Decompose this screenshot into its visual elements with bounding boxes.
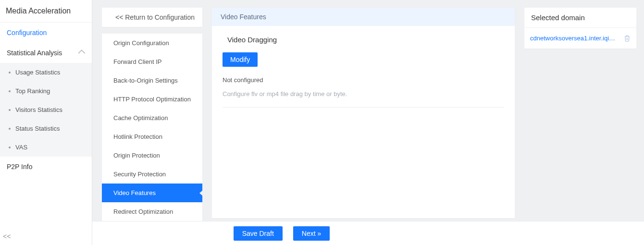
config-item-origin-configuration[interactable]: Origin Configuration	[102, 34, 202, 52]
sidebar-item-label: Usage Statistics	[15, 69, 60, 76]
sidebar-item-label: Configuration	[7, 29, 47, 37]
config-item-cache-optimization[interactable]: Cache Optimization	[102, 109, 202, 127]
bullet-icon	[9, 109, 11, 111]
sidebar-item-label: Top Ranking	[15, 87, 50, 95]
config-item-back-to-origin-settings[interactable]: Back-to-Origin Settings	[102, 71, 202, 90]
trash-icon[interactable]	[624, 35, 631, 42]
sidebar-item-vas[interactable]: VAS	[0, 138, 92, 157]
config-item-http-protocol-optimization[interactable]: HTTP Protocol Optimization	[102, 90, 202, 109]
next-button[interactable]: Next »	[293, 226, 330, 241]
config-item-origin-protection[interactable]: Origin Protection	[102, 146, 202, 165]
main-panel: Video Features Video Dragging Modify Not…	[212, 8, 515, 218]
bullet-icon	[9, 128, 11, 130]
center-area: << Return to Configuration Origin Config…	[92, 0, 644, 245]
selected-domain-header: Selected domain	[524, 8, 636, 28]
config-list: Origin Configuration Forward Client IP B…	[102, 34, 202, 221]
footer-bar: Save Draft Next »	[92, 221, 644, 245]
config-item-hotlink-protection[interactable]: Hotlink Protection	[102, 127, 202, 146]
sidebar-subgroup-stats: Usage Statistics Top Ranking Visitors St…	[0, 63, 92, 157]
selected-domain-body: cdnetworksoversea1.inter.iqiyi....	[524, 28, 636, 49]
chevron-up-icon	[78, 50, 85, 57]
sidebar-item-p2p-info[interactable]: P2P Info	[0, 157, 92, 177]
selected-domain-card: Selected domain cdnetworksoversea1.inter…	[524, 8, 636, 49]
bullet-icon	[9, 72, 11, 74]
sidebar-item-label: Statistical Analysis	[7, 49, 62, 57]
panel-header: Video Features	[212, 8, 515, 26]
sidebar-item-label: P2P Info	[7, 163, 32, 171]
status-text: Not configured	[223, 76, 504, 84]
config-item-forward-client-ip[interactable]: Forward Client IP	[102, 52, 202, 71]
panel-body: Video Dragging Modify Not configured Con…	[212, 26, 515, 117]
sidebar-item-statistical-analysis[interactable]: Statistical Analysis	[0, 43, 92, 63]
return-to-configuration-button[interactable]: << Return to Configuration	[102, 8, 202, 27]
sidebar-item-visitors-statistics[interactable]: Visitors Statistics	[0, 100, 92, 119]
sidebar-item-label: Status Statistics	[15, 125, 60, 132]
config-item-video-features[interactable]: Video Features	[102, 184, 202, 202]
save-draft-button[interactable]: Save Draft	[234, 226, 283, 241]
config-nav: << Return to Configuration Origin Config…	[102, 8, 202, 245]
bullet-icon	[9, 147, 11, 148]
config-item-security-protection[interactable]: Security Protection	[102, 165, 202, 184]
modify-button[interactable]: Modify	[223, 52, 258, 67]
config-item-redirect-optimization[interactable]: Redirect Optimization	[102, 202, 202, 221]
selected-domain-link[interactable]: cdnetworksoversea1.inter.iqiyi....	[530, 35, 617, 42]
sidebar-item-configuration[interactable]: Configuration	[0, 23, 92, 43]
sidebar-item-label: VAS	[15, 144, 27, 151]
collapse-sidebar-icon[interactable]: <<	[3, 233, 12, 242]
sidebar-item-status-statistics[interactable]: Status Statistics	[0, 119, 92, 138]
left-sidebar: Media Acceleration Configuration Statist…	[0, 0, 92, 245]
hint-text: Configure flv or mp4 file drag by time o…	[223, 90, 504, 108]
selected-domain-panel: Selected domain cdnetworksoversea1.inter…	[524, 8, 636, 245]
section-title-video-dragging: Video Dragging	[223, 36, 504, 44]
page-title: Media Acceleration	[0, 0, 92, 23]
sidebar-item-label: Visitors Statistics	[15, 106, 62, 113]
sidebar-item-usage-statistics[interactable]: Usage Statistics	[0, 63, 92, 82]
sidebar-item-top-ranking[interactable]: Top Ranking	[0, 82, 92, 100]
bullet-icon	[9, 90, 11, 92]
